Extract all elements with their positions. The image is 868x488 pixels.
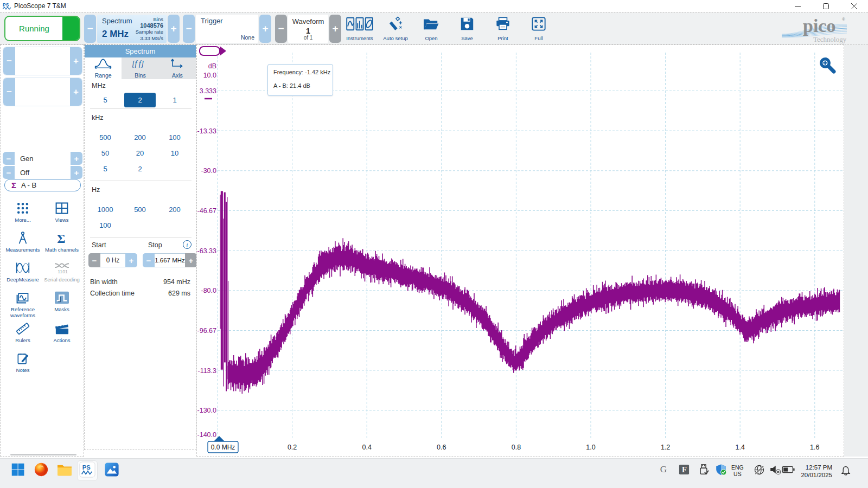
save-button[interactable]: Save <box>451 15 483 43</box>
channel-b-decrease-button[interactable]: − <box>3 78 15 106</box>
sidebar-item-notes[interactable]: Notes <box>3 350 42 373</box>
start-decrease-button[interactable]: − <box>88 253 100 267</box>
open-button[interactable]: Open <box>416 15 447 43</box>
range-option-2-mhz[interactable]: 2 <box>124 93 156 107</box>
print-button[interactable]: Print <box>487 15 519 43</box>
start-increase-button[interactable]: + <box>125 253 137 267</box>
tab-range[interactable]: Range <box>85 57 122 79</box>
range-tab-icon <box>94 58 112 71</box>
trigger-decrease-button[interactable]: − <box>183 15 195 43</box>
svg-text:PS: PS <box>3 2 9 8</box>
range-option-10-khz[interactable]: 10 <box>159 146 190 160</box>
full-icon <box>531 15 546 34</box>
range-option-1000-hz[interactable]: 1000 <box>90 202 121 217</box>
sidebar-item-masks[interactable]: Masks <box>42 290 81 312</box>
minimize-button[interactable] <box>783 0 812 12</box>
masks-icon <box>42 290 81 305</box>
sidebar-item-more[interactable]: More... <box>3 200 42 223</box>
tray-usb-eject[interactable] <box>695 463 712 479</box>
spectrum-plot[interactable]: 0.20.40.60.81.01.21.41.610.03.333-13.33-… <box>197 45 844 456</box>
spectrum-chart[interactable]: 0.20.40.60.81.01.21.41.610.03.333-13.33-… <box>196 44 844 457</box>
svg-text:Σ: Σ <box>57 232 65 245</box>
tray-defender[interactable] <box>713 463 729 479</box>
channel-b-card[interactable]: −+ <box>3 78 82 106</box>
range-option-1-mhz[interactable]: 1 <box>159 93 190 107</box>
tab-axis[interactable]: Axis <box>159 57 196 79</box>
math-channel-badge[interactable]: Σ A - B <box>4 179 81 191</box>
waveform-previous-button[interactable]: − <box>275 15 287 43</box>
info-icon[interactable]: i <box>183 240 192 249</box>
range-option-500-hz[interactable]: 500 <box>124 202 156 217</box>
auto-setup-button[interactable]: Auto setup <box>380 15 411 43</box>
windows-start-taskbar-button[interactable] <box>10 463 26 479</box>
collection-time-label: Collection time <box>90 290 135 297</box>
spectrum-decrease-button[interactable]: − <box>84 15 96 43</box>
range-option-200-hz[interactable]: 200 <box>159 202 190 217</box>
more-grid-icon <box>3 200 42 215</box>
x-axis-handle[interactable]: 0.0 MHz <box>208 436 238 453</box>
range-option-5-khz[interactable]: 5 <box>90 162 121 176</box>
taskbar-clock[interactable]: 12:57 PM 20/01/2025 <box>801 464 832 479</box>
tab-bins[interactable]: [f f]Bins <box>122 57 158 79</box>
range-option-2-khz[interactable]: 2 <box>124 162 156 176</box>
tray-battery[interactable] <box>780 463 796 479</box>
svg-text:®: ® <box>842 17 845 22</box>
trigger-increase-button[interactable]: + <box>259 15 271 43</box>
stop-increase-button[interactable]: + <box>185 253 197 267</box>
maximize-button[interactable] <box>812 0 840 12</box>
waveform-panel[interactable]: Waveform 1 of 1 <box>288 15 328 43</box>
zoom-magnifier-icon[interactable] <box>820 57 834 72</box>
picoscope-app-taskbar-button[interactable]: PS <box>79 463 95 479</box>
generator-state-increase-button[interactable]: + <box>71 166 82 179</box>
spectrum-range-panel[interactable]: Spectrum 2 MHz Bins 1048576 Sample rate … <box>97 15 167 43</box>
range-option-200-khz[interactable]: 200 <box>124 130 156 145</box>
range-option-50-khz[interactable]: 50 <box>90 146 121 160</box>
stop-frequency-value[interactable]: 1.667 MHz <box>155 253 185 267</box>
channel-a-increase-button[interactable]: + <box>70 47 82 75</box>
generator-increase-button[interactable]: + <box>71 152 82 165</box>
svg-text:[f f]: [f f] <box>132 59 144 68</box>
start-frequency-value[interactable]: 0 Hz <box>100 253 125 267</box>
tray-network-globe[interactable] <box>751 463 767 479</box>
sidebar-item-math-channels[interactable]: ΣMath channels <box>42 230 81 253</box>
spectrum-increase-button[interactable]: + <box>168 15 180 43</box>
tray-g-app[interactable]: G <box>656 463 673 479</box>
running-button[interactable]: Running <box>4 16 80 41</box>
channel-a-card[interactable]: −+ <box>3 47 82 75</box>
range-option-5-mhz[interactable]: 5 <box>90 93 121 107</box>
instruments-button[interactable]: Instruments <box>344 15 375 43</box>
generator-state[interactable]: Off <box>15 166 71 179</box>
range-option-500-khz[interactable]: 500 <box>90 130 121 145</box>
firefox-taskbar-button[interactable] <box>33 463 49 479</box>
tray-f-app[interactable]: F <box>676 463 692 479</box>
range-option-100-hz[interactable]: 100 <box>90 218 121 233</box>
channel-a-decrease-button[interactable]: − <box>3 47 15 75</box>
trigger-panel[interactable]: Trigger None <box>196 15 258 43</box>
sidebar-item-rulers[interactable]: Rulers <box>3 320 42 343</box>
generator-label[interactable]: Gen <box>15 152 71 165</box>
sidebar-item-reference-waveforms[interactable]: Reference waveforms <box>3 290 42 318</box>
file-explorer-icon <box>56 463 73 479</box>
generator-state-decrease-button[interactable]: − <box>3 166 15 179</box>
photos-app-taskbar-button[interactable] <box>104 463 120 479</box>
sidebar-item-measurements[interactable]: Measurements <box>3 230 42 253</box>
channel-b-increase-button[interactable]: + <box>70 78 82 106</box>
sidebar-item-deepmeasure[interactable]: DeepMeasure <box>3 260 42 282</box>
x-axis-tick-label: 0.2 <box>288 444 297 451</box>
full-button[interactable]: Full <box>523 15 554 43</box>
sidebar-item-actions[interactable]: Actions <box>42 320 81 343</box>
notifications-bell-icon[interactable] <box>838 463 854 479</box>
generator-decrease-button[interactable]: − <box>3 152 15 165</box>
sidebar-scrollbar[interactable] <box>10 454 76 455</box>
waveform-next-button[interactable]: + <box>329 15 341 43</box>
file-explorer-taskbar-button[interactable] <box>56 463 73 479</box>
close-button[interactable] <box>840 0 868 12</box>
bins-label: Bins <box>136 16 163 23</box>
range-option-100-khz[interactable]: 100 <box>159 130 190 145</box>
language-indicator[interactable]: ENGUS <box>731 464 744 477</box>
y-axis-handle[interactable] <box>200 46 226 56</box>
spectrum-panel-title[interactable]: Spectrum <box>85 45 196 57</box>
stop-decrease-button[interactable]: − <box>143 253 155 267</box>
sidebar-item-views[interactable]: Views <box>42 200 81 223</box>
range-option-20-khz[interactable]: 20 <box>124 146 156 160</box>
